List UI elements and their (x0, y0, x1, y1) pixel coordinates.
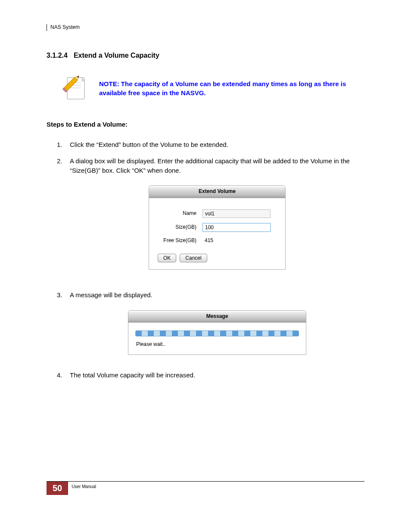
note-text: NOTE: The capacity of a Volume can be ex… (99, 72, 364, 97)
message-text: Please wait.. (135, 341, 299, 348)
steps-list: Click the “Extend” button of the Volume … (47, 140, 364, 380)
section-title: Extend a Volume Capacity (74, 52, 159, 59)
step-1: Click the “Extend” button of the Volume … (57, 140, 364, 149)
free-size-label: Free Size(GB) (156, 237, 202, 244)
section-number: 3.1.2.4 (47, 52, 68, 59)
step-2-text: A dialog box will be displayed. Enter th… (70, 157, 350, 174)
message-dialog: Message Please wait.. (128, 310, 306, 355)
section-heading: 3.1.2.4Extend a Volume Capacity (47, 52, 364, 59)
step-2: A dialog box will be displayed. Enter th… (57, 156, 364, 270)
free-size-value: 415 (202, 237, 213, 244)
steps-heading: Steps to Extend a Volume: (47, 121, 364, 128)
step-4: The total Volume capacity will be increa… (57, 370, 364, 380)
note-block: NOTE: The capacity of a Volume can be ex… (59, 72, 364, 102)
name-field[interactable] (202, 209, 271, 218)
step-3-text: A message will be displayed. (70, 291, 153, 299)
cancel-button[interactable]: Cancel (180, 254, 207, 262)
extend-volume-dialog: Extend Volume Name Size(GB) Free Size(GB… (149, 185, 286, 270)
system-name: NAS System (50, 24, 80, 31)
size-label: Size(GB) (156, 224, 202, 231)
size-field[interactable] (202, 223, 271, 232)
ok-button[interactable]: OK (158, 254, 176, 262)
pencil-note-icon (59, 72, 89, 102)
progress-bar (135, 330, 299, 336)
message-dialog-title: Message (128, 311, 306, 323)
name-label: Name (156, 210, 202, 217)
page-footer: 50 User Manual (47, 481, 364, 495)
page-number: 50 (47, 482, 68, 495)
step-3: A message will be displayed. Message Ple… (57, 290, 364, 355)
step-4-text: The total Volume capacity will be increa… (70, 371, 195, 379)
dialog-title: Extend Volume (149, 186, 285, 198)
footer-label: User Manual (68, 482, 96, 495)
step-1-text: Click the “Extend” button of the Volume … (70, 141, 228, 148)
page-header: NAS System (47, 24, 364, 31)
